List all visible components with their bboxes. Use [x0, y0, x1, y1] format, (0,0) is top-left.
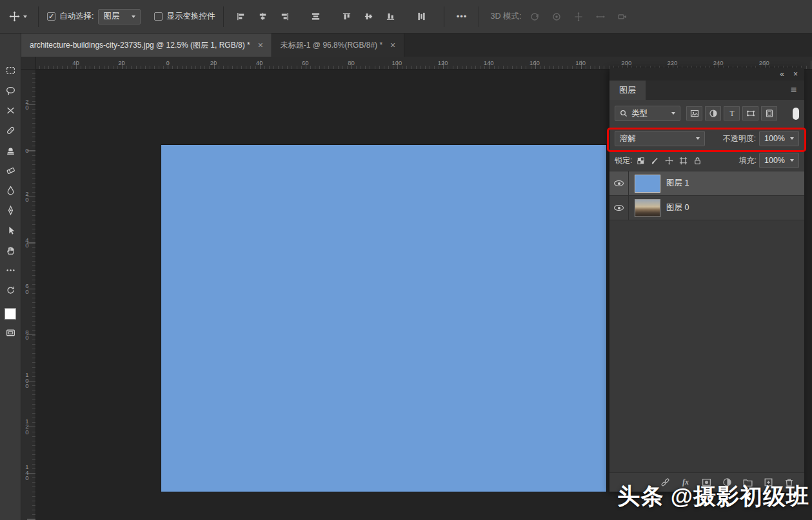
current-tool-button[interactable]: [6, 11, 30, 22]
blur-tool[interactable]: [3, 183, 17, 197]
ruler-corner: [21, 57, 36, 70]
align-right-button[interactable]: [276, 8, 293, 25]
visibility-toggle[interactable]: [609, 171, 629, 195]
smart-object-icon: [764, 108, 775, 119]
show-transform-checkbox[interactable]: 显示变换控件: [154, 11, 215, 22]
layer-name[interactable]: 图层 1: [666, 178, 689, 189]
lock-all-button[interactable]: [691, 155, 703, 166]
move-cross-icon: [664, 156, 674, 166]
rectangular-marquee-tool[interactable]: [3, 63, 17, 77]
3d-pan-button[interactable]: [569, 8, 587, 25]
shape-icon: [746, 108, 756, 119]
lasso-icon: [5, 85, 16, 96]
collapse-panel-icon[interactable]: «: [780, 70, 784, 78]
3d-camera-button[interactable]: [613, 8, 631, 25]
filter-type-dropdown[interactable]: 类型: [615, 106, 680, 121]
chevron-down-icon: [696, 137, 700, 140]
h-ruler-label: 120: [438, 60, 448, 66]
3d-slide-icon: [595, 12, 606, 22]
lock-transparent-pixels-button[interactable]: [635, 155, 646, 166]
lasso-tool[interactable]: [3, 83, 17, 97]
rotate-view-tool[interactable]: [3, 283, 17, 297]
close-tab-icon[interactable]: ×: [390, 41, 395, 50]
layer-row-layer0[interactable]: 图层 0: [609, 196, 804, 220]
align-top-button[interactable]: [338, 8, 355, 25]
spot-healing-brush-tool[interactable]: [3, 123, 17, 137]
align-left-button[interactable]: [232, 8, 250, 25]
pen-tool[interactable]: [3, 203, 17, 217]
visibility-toggle[interactable]: [609, 196, 629, 220]
layer-filter-toggle[interactable]: [793, 108, 799, 120]
3d-rotate-button[interactable]: [526, 8, 543, 25]
layers-panel-tab[interactable]: 图层: [609, 81, 646, 100]
layer-thumbnail-blue[interactable]: [635, 175, 660, 193]
fill-label: 填充:: [739, 155, 757, 166]
h-ruler-label: 40: [72, 60, 79, 66]
divider: [223, 6, 224, 27]
layers-panel: « × 图层 ≡ 类型: [609, 68, 804, 492]
path-selection-tool[interactable]: [3, 223, 17, 237]
distribute-vertical-button[interactable]: [413, 8, 430, 25]
chevron-down-icon: [671, 112, 675, 115]
3d-slide-button[interactable]: [591, 8, 609, 25]
screen-mode-button[interactable]: [3, 325, 17, 340]
close-tab-icon[interactable]: ×: [258, 41, 263, 50]
lock-position-button[interactable]: [663, 155, 675, 166]
h-ruler-label: 20: [210, 60, 217, 66]
ruler-vertical[interactable]: 2 002 04 06 08 01 0 01 2 01 4 0: [21, 70, 36, 520]
panel-menu-icon[interactable]: ≡: [791, 85, 797, 95]
align-middle-vertical-button[interactable]: [360, 8, 377, 25]
auto-select-target-dropdown[interactable]: 图层: [98, 9, 141, 24]
h-ruler-label: 180: [575, 60, 586, 66]
document-tab-active[interactable]: architecture-buildings-city-23735.jpg @ …: [21, 34, 272, 57]
checkerboard-icon: [636, 156, 646, 166]
clone-stamp-icon: [5, 145, 16, 156]
eye-icon: [614, 180, 624, 186]
h-ruler-label: 260: [759, 60, 769, 66]
3d-camera-icon: [617, 12, 628, 22]
v-ruler-label: 8 0: [23, 329, 31, 340]
lock-image-pixels-button[interactable]: [649, 155, 660, 166]
lock-artboard-button[interactable]: [677, 155, 689, 166]
h-ruler-label: 40: [256, 60, 263, 66]
opacity-field[interactable]: 100%: [759, 131, 799, 146]
foreground-color-swatch[interactable]: [5, 308, 16, 320]
fill-value: 100%: [764, 156, 785, 165]
filter-shape-layers-button[interactable]: [742, 106, 758, 120]
h-ruler-label: 140: [484, 60, 494, 66]
artboard-icon: [678, 156, 688, 166]
filter-pixel-layers-button[interactable]: [686, 106, 702, 120]
h-ruler-label: 240: [713, 60, 724, 66]
fill-field[interactable]: 100%: [759, 153, 799, 168]
layer-row-layer1[interactable]: 图层 1: [609, 171, 804, 196]
h-ruler-label: 100: [391, 60, 402, 66]
auto-select-checkbox[interactable]: ✓ 自动选择:: [47, 11, 94, 22]
align-center-horizontal-icon: [258, 12, 268, 21]
distribute-horizontal-button[interactable]: [307, 8, 324, 25]
blend-mode-dropdown[interactable]: 溶解: [615, 131, 705, 146]
align-right-icon: [280, 12, 290, 21]
3d-roll-button[interactable]: [548, 8, 565, 25]
filter-adjustment-layers-button[interactable]: [705, 106, 721, 120]
layer-name[interactable]: 图层 0: [666, 202, 689, 213]
divider: [479, 6, 479, 27]
type-icon: T: [727, 108, 737, 119]
eraser-tool[interactable]: [3, 163, 17, 177]
clone-stamp-tool[interactable]: [3, 143, 17, 157]
filter-smart-objects-button[interactable]: [761, 106, 777, 120]
align-center-horizontal-button[interactable]: [254, 8, 272, 25]
crop-tool[interactable]: [3, 103, 17, 117]
hand-icon: [5, 245, 16, 256]
v-ruler-label: 2 0: [23, 191, 31, 202]
more-tools-button[interactable]: [3, 263, 17, 277]
document-tab-inactive[interactable]: 未标题-1 @ 96.8%(RGB/8#) * ×: [272, 34, 404, 57]
v-ruler-label: 4 0: [23, 237, 31, 248]
align-bottom-button[interactable]: [382, 8, 399, 25]
hand-tool[interactable]: [3, 243, 17, 257]
healing-brush-icon: [5, 125, 16, 136]
layer-thumbnail-photo[interactable]: [635, 199, 660, 217]
document-canvas[interactable]: [161, 145, 606, 492]
more-options-button[interactable]: •••: [453, 8, 470, 25]
close-panel-icon[interactable]: ×: [793, 70, 798, 78]
filter-type-layers-button[interactable]: T: [724, 106, 740, 120]
